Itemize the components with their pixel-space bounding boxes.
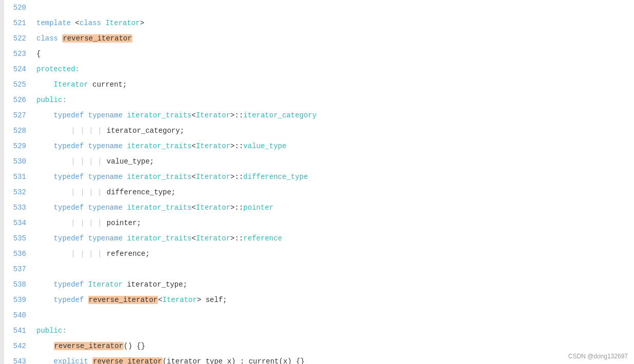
ln-523: 523: [4, 46, 32, 62]
code-line-527: typedef typename iterator_traits<Iterato…: [36, 108, 634, 123]
code-line-526: public:: [36, 92, 634, 108]
code-line-530: value_type;: [36, 154, 634, 169]
code-line-525: Iterator current;: [36, 77, 634, 92]
code-editor[interactable]: template <class Iterator> class reverse_…: [32, 0, 634, 364]
code-line-538: typedef Iterator iterator_type;: [36, 277, 634, 292]
ln-522: 522: [4, 31, 32, 46]
code-line-534: pointer;: [36, 215, 634, 231]
left-scrollbar-bar: [0, 0, 4, 364]
code-line-532: difference_type;: [36, 185, 634, 200]
ln-540: 540: [4, 308, 32, 323]
ln-530: 530: [4, 154, 32, 169]
watermark: CSDN @dong132697: [568, 353, 628, 360]
ln-542: 542: [4, 338, 32, 354]
ln-541: 541: [4, 323, 32, 338]
code-container: 520 521 522 523 524 525 526 527 528 529 …: [0, 0, 634, 364]
code-line-540: [36, 308, 634, 323]
ln-532: 532: [4, 185, 32, 200]
code-line-531: typedef typename iterator_traits<Iterato…: [36, 169, 634, 185]
code-line-523: {: [36, 46, 634, 62]
ln-539: 539: [4, 292, 32, 308]
code-line-529: typedef typename iterator_traits<Iterato…: [36, 138, 634, 154]
ln-537: 537: [4, 261, 32, 277]
code-line-537: [36, 261, 634, 277]
code-line-541: public:: [36, 323, 634, 338]
ln-533: 533: [4, 200, 32, 215]
code-line-535: typedef typename iterator_traits<Iterato…: [36, 231, 634, 246]
code-line-539: typedef reverse_iterator<Iterator> self;: [36, 292, 634, 308]
code-line-521: template <class Iterator>: [36, 15, 634, 31]
code-line-543: explicit reverse_iterator(iterator_type …: [36, 354, 634, 364]
ln-526: 526: [4, 92, 32, 108]
ln-527: 527: [4, 108, 32, 123]
ln-531: 531: [4, 169, 32, 185]
ln-529: 529: [4, 138, 32, 154]
code-line-524: protected:: [36, 62, 634, 77]
code-line-542: reverse_iterator() {}: [36, 338, 634, 354]
code-line-528: iterator_category;: [36, 123, 634, 138]
ln-528: 528: [4, 123, 32, 138]
ln-536: 536: [4, 246, 32, 261]
ln-535: 535: [4, 231, 32, 246]
code-line-536: reference;: [36, 246, 634, 261]
code-line-520: [36, 0, 634, 15]
ln-520: 520: [4, 0, 32, 15]
ln-534: 534: [4, 215, 32, 231]
line-numbers: 520 521 522 523 524 525 526 527 528 529 …: [4, 0, 32, 364]
ln-543: 543: [4, 354, 32, 364]
code-line-533: typedef typename iterator_traits<Iterato…: [36, 200, 634, 215]
ln-524: 524: [4, 62, 32, 77]
ln-521: 521: [4, 15, 32, 31]
code-line-522: class reverse_iterator: [36, 31, 634, 46]
ln-525: 525: [4, 77, 32, 92]
ln-538: 538: [4, 277, 32, 292]
